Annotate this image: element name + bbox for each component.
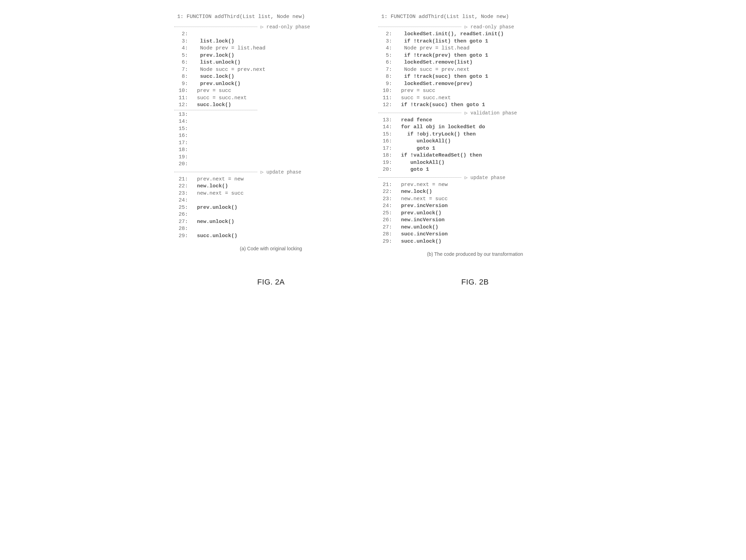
right-column: 1: FUNCTION addThird(List list, Node new… [378,14,572,257]
right-block-c: 21: prev.next = new22: new.lock()23: new… [378,181,572,245]
code-line: 17: [174,140,368,147]
line-number: 12: [174,102,191,109]
code-line: 12: if !track(succ) then goto 1 [378,102,572,109]
code-text [191,132,368,140]
line-number: 6: [378,59,395,66]
code-text: new.unlock() [191,218,368,226]
code-text: if !track(succ) then goto 1 [395,102,572,109]
code-line: 22: new.lock() [378,188,572,196]
line-number: 26: [174,211,191,218]
fig-label-a: FIG. 2A [174,278,368,287]
line-number: 18: [378,152,395,159]
figure-labels-row: FIG. 2A FIG. 2B [21,260,725,287]
code-line: 27: new.unlock() [378,224,572,231]
code-line: 6: list.unlock() [174,59,368,66]
divider-icon [174,110,257,110]
code-line: 23: new.next = succ [378,196,572,203]
code-line: 17: goto 1 [378,145,572,152]
code-line: 10: prev = succ [174,87,368,95]
line-number: 2: [174,31,191,38]
right-block-a: 2: lockedSet.init(), readSet.init()3: if… [378,31,572,109]
code-text: prev.unlock() [395,210,572,217]
code-text: prev.next = new [191,176,368,183]
code-line: 25: prev.unlock() [174,204,368,212]
code-line: 8: if !track(succ) then goto 1 [378,73,572,81]
code-text: new.lock() [395,188,572,196]
code-text: prev.lock() [191,52,368,59]
code-text: succ.unlock() [191,233,368,240]
code-text: new.incVersion [395,217,572,224]
fig-label-b: FIG. 2B [378,278,572,287]
line-number: 14: [378,124,395,131]
right-caption: (b) The code produced by our transformat… [378,251,572,257]
code-text: goto 1 [395,166,572,174]
code-line: 14: for all obj in lockedSet do [378,124,572,131]
algorithm-figure: 1: FUNCTION addThird(List list, Node new… [21,14,725,257]
code-text: new.next = succ [395,196,572,203]
code-line: 13: read fence [378,117,572,124]
line-number: 15: [174,125,191,133]
phase-label: ▷ read-only phase [465,24,514,30]
code-line: 23: new.next = succ [174,190,368,197]
line-number: 10: [174,87,191,95]
code-text: unlockAll() [395,159,572,167]
code-line: 4: Node prev = list.head [378,45,572,52]
line-number: 26: [378,217,395,224]
code-line: 7: Node succ = prev.next [378,66,572,74]
code-text: read fence [395,117,572,124]
code-line: 9: prev.unlock() [174,81,368,88]
code-text [191,211,368,218]
code-text: list.unlock() [191,59,368,66]
line-number: 5: [378,52,395,59]
divider-icon [378,177,461,178]
code-line: 24: [174,197,368,204]
code-line: 18: [174,147,368,154]
code-line: 11: succ = succ.next [174,95,368,102]
line-number: 5: [174,52,191,59]
code-line: 3: if !track(list) then goto 1 [378,38,572,45]
line-number: 24: [378,203,395,210]
line-number: 21: [378,181,395,189]
line-number: 23: [378,196,395,203]
code-text: list.lock() [191,38,368,45]
line-number: 8: [378,73,395,81]
code-text: prev = succ [191,87,368,95]
code-line: 11: succ = succ.next [378,95,572,102]
line-number: 19: [174,154,191,161]
line-number: 11: [378,95,395,102]
phase-label: ▷ validation phase [465,110,517,116]
code-line: 27: new.unlock() [174,218,368,226]
code-line: 26: [174,211,368,218]
code-text: succ.lock() [191,73,368,81]
code-text: succ = succ.next [395,95,572,102]
code-line: 13: [174,111,368,119]
code-line: 3: list.lock() [174,38,368,45]
line-number: 15: [378,131,395,138]
left-block-b: 13:14:15:16:17:18:19:20: [174,111,368,168]
code-text [191,161,368,168]
line-number: 10: [378,87,395,95]
code-text: if !track(list) then goto 1 [395,38,572,45]
code-text: new.unlock() [395,224,572,231]
line-number: 9: [174,81,191,88]
code-line: 8: succ.lock() [174,73,368,81]
left-column: 1: FUNCTION addThird(List list, Node new… [174,14,368,251]
line-number: 16: [174,132,191,140]
code-text: succ.lock() [191,102,368,109]
code-text: succ.unlock() [395,238,572,245]
code-line: 26: new.incVersion [378,217,572,224]
line-number: 29: [378,238,395,245]
right-phase-readonly: ▷ read-only phase [378,24,572,30]
line-number: 9: [378,81,395,88]
code-text: new.next = succ [191,190,368,197]
code-text: lockedSet.init(), readSet.init() [395,31,572,38]
line-number: 11: [174,95,191,102]
line-number: 27: [378,224,395,231]
line-number: 6: [174,59,191,66]
phase-label: ▷ update phase [465,175,506,180]
left-phase-readonly: ▷ read-only phase [174,24,368,30]
right-title: 1: FUNCTION addThird(List list, Node new… [378,14,572,20]
code-text: prev = succ [395,87,572,95]
code-line: 16: unlockAll() [378,138,572,145]
code-text: if !track(succ) then goto 1 [395,73,572,81]
